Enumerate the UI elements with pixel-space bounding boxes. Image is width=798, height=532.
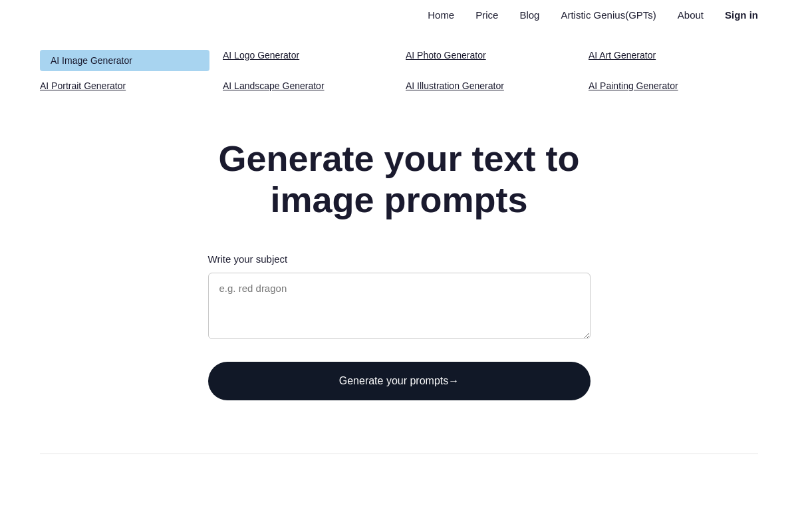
generate-button-label: Generate your prompts→ [339, 375, 460, 387]
header: Home Price Blog Artistic Genius(GPTs) Ab… [0, 0, 798, 30]
category-section: AI Image Generator AI Logo Generator AI … [0, 30, 798, 98]
nav-about[interactable]: About [678, 9, 704, 21]
subject-input[interactable] [208, 273, 591, 339]
subject-label: Write your subject [208, 253, 591, 265]
page-headline: Generate your text to image prompts [218, 138, 579, 220]
category-ai-photo-generator[interactable]: AI Photo Generator [406, 50, 575, 71]
category-ai-illustration-generator[interactable]: AI Illustration Generator [406, 80, 575, 91]
category-ai-logo-generator[interactable]: AI Logo Generator [223, 50, 392, 71]
generate-button[interactable]: Generate your prompts→ [208, 362, 591, 400]
nav-blog[interactable]: Blog [519, 9, 539, 21]
category-ai-landscape-generator[interactable]: AI Landscape Generator [223, 80, 392, 91]
nav-price[interactable]: Price [475, 9, 498, 21]
nav-home[interactable]: Home [428, 9, 454, 21]
bottom-divider [40, 454, 758, 454]
prompt-form: Write your subject Generate your prompts… [208, 253, 591, 400]
nav-artistic-genius[interactable]: Artistic Genius(GPTs) [561, 9, 656, 21]
sign-in-button[interactable]: Sign in [725, 9, 758, 21]
main-content: Generate your text to image prompts Writ… [0, 98, 798, 427]
category-ai-painting-generator[interactable]: AI Painting Generator [589, 80, 758, 91]
main-nav: Home Price Blog Artistic Genius(GPTs) Ab… [428, 9, 758, 21]
category-ai-art-generator[interactable]: AI Art Generator [589, 50, 758, 71]
category-ai-image-generator[interactable]: AI Image Generator [40, 50, 209, 71]
category-ai-portrait-generator[interactable]: AI Portrait Generator [40, 80, 209, 91]
